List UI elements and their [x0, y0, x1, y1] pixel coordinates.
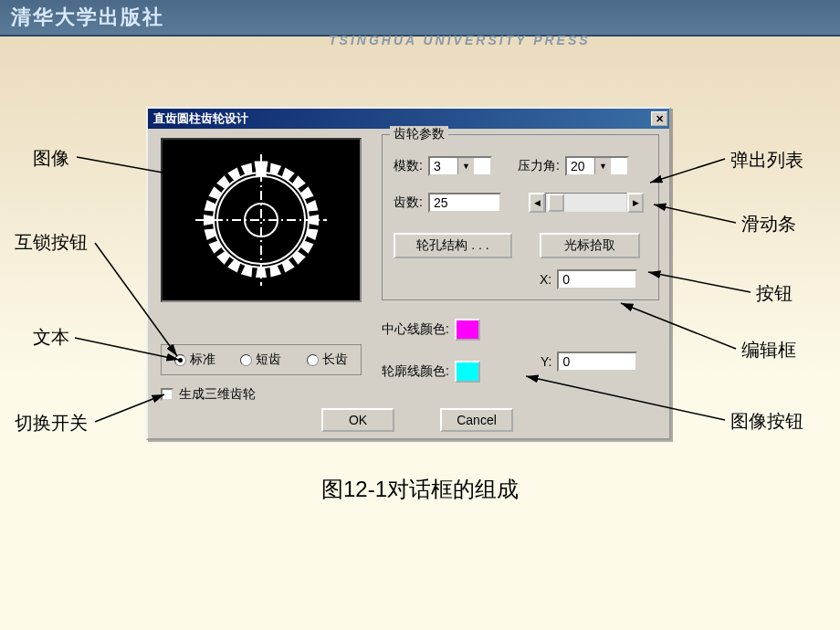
gear-icon [188, 147, 334, 293]
slider-track[interactable] [545, 193, 627, 213]
center-line-color-label: 中心线颜色: [382, 321, 449, 338]
radio-long[interactable]: 长齿 [307, 352, 348, 368]
annot-interlock: 互锁按钮 [15, 230, 88, 255]
topbar: 清华大学出版社 [0, 0, 840, 37]
gear-preview-image [161, 138, 362, 302]
x-value: 0 [562, 272, 570, 287]
chevron-down-icon[interactable]: ▼ [457, 158, 474, 174]
outline-color-label: 轮廓线颜色: [382, 363, 449, 380]
slider-thumb[interactable] [548, 194, 564, 212]
tooth-type-radio-group: 标准 短齿 长齿 [161, 344, 362, 375]
cancel-button[interactable]: Cancel [440, 408, 513, 432]
annot-editbox: 编辑框 [741, 338, 796, 362]
annot-slider: 滑动条 [741, 212, 796, 236]
radio-standard[interactable]: 标准 [174, 352, 215, 368]
teeth-slider[interactable]: ◀ ▶ [529, 193, 644, 213]
dialog-title: 直齿圆柱齿轮设计 [153, 110, 248, 127]
annot-popup: 弹出列表 [730, 148, 803, 173]
radio-long-label: 长齿 [322, 352, 348, 368]
modulus-combo[interactable]: 3 ▼ [428, 156, 492, 176]
checkbox-label: 生成三维齿轮 [179, 386, 256, 403]
annot-text: 文本 [33, 325, 69, 350]
annot-image: 图像 [33, 146, 69, 171]
radio-icon [240, 354, 252, 366]
outline-color-button[interactable] [455, 361, 480, 383]
slider-right-icon[interactable]: ▶ [627, 193, 644, 213]
gear-params-group: 齿轮参数 模数: 3 ▼ 压力角: 20 ▼ 齿数: 25 [382, 134, 659, 300]
modulus-value: 3 [430, 159, 457, 173]
teeth-value: 25 [434, 195, 448, 210]
close-button[interactable]: ✕ [651, 111, 667, 126]
x-input[interactable]: 0 [557, 269, 637, 289]
close-icon: ✕ [656, 113, 664, 125]
radio-short[interactable]: 短齿 [240, 352, 281, 368]
pressure-angle-value: 20 [567, 159, 594, 173]
dialog-body: 齿轮参数 模数: 3 ▼ 压力角: 20 ▼ 齿数: 25 [148, 129, 669, 438]
radio-standard-label: 标准 [190, 352, 215, 368]
pressure-angle-combo[interactable]: 20 ▼ [565, 156, 629, 176]
generate-3d-checkbox-row[interactable]: 生成三维齿轮 [161, 386, 256, 403]
ok-button[interactable]: OK [321, 408, 394, 432]
y-input[interactable]: 0 [557, 352, 637, 372]
slider-left-icon[interactable]: ◀ [529, 193, 545, 213]
y-label: Y: [541, 354, 551, 369]
y-value: 0 [562, 354, 570, 369]
publisher-logo: 清华大学出版社 [11, 4, 164, 31]
hole-structure-button[interactable]: 轮孔结构 . . . [394, 233, 512, 258]
figure-caption: 图12-1对话框的组成 [0, 475, 840, 504]
radio-icon [174, 354, 186, 366]
radio-short-label: 短齿 [256, 352, 281, 368]
x-label: X: [540, 272, 551, 287]
cursor-pick-button[interactable]: 光标拾取 [540, 233, 640, 258]
annot-toggle: 切换开关 [15, 411, 88, 436]
radio-icon [307, 354, 319, 366]
annot-button: 按钮 [756, 281, 793, 306]
group-title: 齿轮参数 [390, 126, 448, 142]
checkbox-icon[interactable] [161, 388, 173, 401]
modulus-label: 模数: [394, 158, 423, 174]
annot-imgbtn: 图像按钮 [730, 409, 803, 434]
teeth-input[interactable]: 25 [428, 193, 501, 213]
subtitle: TSINGHUA UNIVERSITY PRESS [329, 33, 591, 47]
chevron-down-icon[interactable]: ▼ [594, 158, 611, 174]
pressure-angle-label: 压力角: [518, 158, 560, 174]
teeth-label: 齿数: [394, 194, 423, 211]
gear-design-dialog: 直齿圆柱齿轮设计 ✕ [146, 107, 671, 440]
center-line-color-button[interactable] [455, 319, 480, 341]
